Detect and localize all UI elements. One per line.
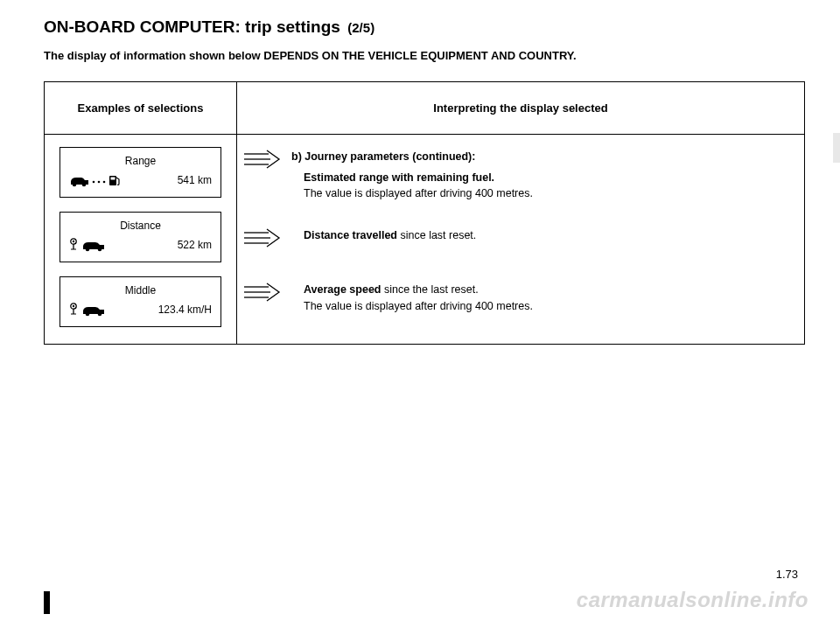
title-sub: (2/5) <box>347 20 374 35</box>
arrow-icon <box>241 282 286 306</box>
svg-point-10 <box>98 248 102 252</box>
svg-point-4 <box>103 181 106 184</box>
examples-cell: Range 541 km <box>45 135 237 345</box>
svg-rect-6 <box>111 178 116 180</box>
item-header: b) Journey parameters (continued): <box>291 149 533 164</box>
svg-point-0 <box>73 183 77 187</box>
display-value: 541 km <box>178 174 212 186</box>
equipment-note: The display of information shown below D… <box>44 49 805 62</box>
display-label: Range <box>60 148 220 171</box>
display-box-range: Range 541 km <box>60 147 221 198</box>
page-number: 1.73 <box>776 568 798 581</box>
item-bold: Estimated range with remaining fuel. <box>304 171 494 184</box>
arrow-icon <box>241 227 286 252</box>
car-fuel-icon <box>69 172 125 188</box>
side-tab-marker <box>833 133 840 163</box>
header-interpreting: Interpreting the display selected <box>237 82 805 135</box>
header-examples: Examples of selections <box>45 82 237 135</box>
display-label: Distance <box>60 213 220 235</box>
pin-car-icon <box>69 237 115 253</box>
footer-black-mark <box>44 591 50 614</box>
display-label: Middle <box>60 277 220 300</box>
svg-point-2 <box>93 181 95 184</box>
display-value: 522 km <box>178 239 212 251</box>
title-main: ON-BOARD COMPUTER: trip settings <box>44 17 340 36</box>
interpret-item: Average speed since the last reset. The … <box>241 282 794 313</box>
manual-page: ON-BOARD COMPUTER: trip settings (2/5) T… <box>0 0 840 621</box>
interpret-item: b) Journey parameters (continued): Estim… <box>241 149 794 201</box>
item-inline: since last reset. <box>397 229 476 241</box>
table-body-row: Range 541 km <box>45 135 805 345</box>
arrow-icon <box>241 149 286 173</box>
settings-table: Examples of selections Interpreting the … <box>44 81 805 345</box>
page-title: ON-BOARD COMPUTER: trip settings (2/5) <box>44 17 805 37</box>
item-bold: Distance travelled <box>304 229 397 241</box>
interpreting-cell: b) Journey parameters (continued): Estim… <box>237 135 805 345</box>
svg-point-3 <box>98 181 101 184</box>
svg-point-14 <box>98 312 102 317</box>
item-bold: Average speed <box>304 283 381 296</box>
item-text: b) Journey parameters (continued): Estim… <box>286 149 533 201</box>
svg-point-13 <box>86 312 90 317</box>
interpret-item: Distance travelled since last reset. <box>241 227 794 252</box>
item-plain2: The value is displayed after driving 400… <box>304 300 533 312</box>
item-inline: since the last reset. <box>381 283 478 296</box>
display-box-distance: Distance 522 km <box>60 212 221 262</box>
item-text: Distance travelled since last reset. <box>286 227 476 243</box>
svg-point-9 <box>86 248 90 252</box>
table-header-row: Examples of selections Interpreting the … <box>45 82 805 135</box>
item-plain: The value is displayed after driving 400… <box>304 187 533 199</box>
display-box-middle: Middle 123.4 km/H <box>60 276 221 327</box>
svg-point-12 <box>73 305 74 307</box>
watermark: carmanualsonline.info <box>577 588 808 612</box>
pin-car-icon <box>69 302 115 317</box>
svg-point-1 <box>82 183 87 187</box>
item-text: Average speed since the last reset. The … <box>286 282 533 313</box>
svg-point-8 <box>73 241 74 242</box>
display-value: 123.4 km/H <box>158 304 212 316</box>
